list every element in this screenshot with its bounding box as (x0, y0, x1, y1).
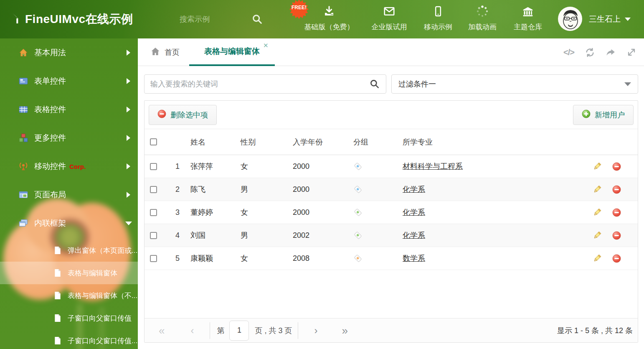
column-header-name[interactable]: 姓名 (185, 137, 236, 147)
sidebar-subitem-child-to-parent[interactable]: 子窗口向父窗口传值 (0, 307, 138, 329)
sidebar-item-more-controls[interactable]: 更多控件 (0, 124, 138, 152)
share-icon[interactable] (606, 47, 616, 58)
nav-item-theme-store[interactable]: 主题仓库 (497, 5, 559, 32)
search-icon[interactable] (369, 79, 380, 89)
sidebar-subitem-grid-edit-window-no[interactable]: 表格与编辑窗体（不... (0, 284, 138, 307)
app-logo[interactable]: FineUIMvc在线示例 (6, 0, 133, 38)
sidebar-item-label: 基本用法 (34, 47, 66, 58)
sidebar-item-mobile-controls[interactable]: 移动控件 Corp. (0, 152, 138, 181)
page-suffix: 页 , 共 3 页 (255, 326, 292, 336)
sidebar-item-grid-controls[interactable]: 表格控件 (0, 95, 138, 124)
cell-gender: 男 (236, 184, 286, 194)
row-checkbox[interactable] (150, 209, 157, 216)
home-icon (150, 46, 160, 59)
major-link[interactable]: 数学系 (403, 254, 425, 262)
source-code-icon[interactable]: </> (563, 48, 574, 57)
last-page-icon[interactable]: » (342, 325, 347, 336)
table-header-row: 姓名 性别 入学年份 分组 所学专业 (145, 129, 638, 155)
row-checkbox[interactable] (150, 163, 157, 170)
chevron-down-icon (125, 222, 132, 225)
select-all-checkbox[interactable] (150, 138, 157, 145)
sidebar-item-form-controls[interactable]: 表单控件 (0, 67, 138, 95)
search-icon[interactable] (251, 13, 263, 27)
edit-pencil-icon[interactable] (593, 162, 601, 171)
add-user-button[interactable]: 新增用户 (573, 105, 634, 125)
cell-name: 刘国 (185, 230, 236, 240)
pagination-summary: 显示 1 - 5 条 , 共 12 条 (557, 326, 638, 336)
close-icon[interactable]: ✕ (263, 42, 269, 49)
next-page-icon[interactable]: › (314, 326, 317, 336)
column-header-major[interactable]: 所学专业 (396, 137, 578, 147)
delete-row-icon[interactable] (612, 208, 621, 217)
sidebar-subitem-popup-window[interactable]: 弹出窗体（本页面或... (0, 239, 138, 262)
edit-pencil-icon[interactable] (593, 231, 601, 240)
column-header-gender[interactable]: 性别 (236, 137, 286, 147)
row-checkbox[interactable] (150, 255, 157, 262)
edit-pencil-icon[interactable] (593, 208, 601, 217)
tag-icon (346, 231, 396, 240)
chevron-right-icon (127, 78, 130, 84)
top-header: FineUIMvc在线示例 FREE! 基础版（免费） 企业版试用 移动示例 (0, 0, 644, 38)
sidebar-item-page-layout[interactable]: 页面布局 (0, 181, 138, 209)
page-number-input[interactable] (229, 321, 249, 341)
row-index: 5 (165, 254, 185, 263)
file-icon (53, 246, 62, 255)
row-index: 4 (165, 231, 185, 240)
sidebar-subitem-grid-edit-window[interactable]: 表格与编辑窗体 (0, 262, 138, 284)
sidebar-item-label: 内联框架 (34, 218, 66, 229)
tab-content: 过滤条件一 删除选中项 新增用户 (138, 66, 644, 349)
refresh-icon[interactable] (585, 47, 595, 58)
edit-pencil-icon[interactable] (593, 254, 601, 263)
sidebar-subitem-child-to-parent-2[interactable]: 子窗口向父窗口传值... (0, 329, 138, 349)
header-search-input[interactable] (180, 11, 246, 28)
table-row: 5 康颖颖 女 2008 数学系 (145, 247, 638, 270)
cell-name: 康颖颖 (185, 253, 236, 263)
table-icon (19, 105, 28, 114)
prev-page-icon[interactable]: ‹ (190, 326, 194, 336)
delete-row-icon[interactable] (612, 231, 621, 240)
table-body: 1 张萍萍 女 2000 材料科学与工程系 (145, 155, 638, 270)
user-menu[interactable]: 三生石上 (589, 0, 631, 38)
sidebar-item-basic-usage[interactable]: 基本用法 (0, 38, 138, 67)
tab-grid-edit-window[interactable]: 表格与编辑窗体 (189, 38, 275, 66)
delete-row-icon[interactable] (612, 185, 621, 194)
delete-selected-button[interactable]: 删除选中项 (149, 105, 217, 125)
user-avatar[interactable] (558, 7, 582, 31)
major-link[interactable]: 材料科学与工程系 (403, 162, 463, 171)
major-link[interactable]: 化学系 (403, 208, 425, 217)
expand-icon[interactable] (626, 47, 636, 57)
envelope-icon (383, 5, 396, 19)
sidebar-item-iframe[interactable]: 内联框架 (0, 209, 138, 237)
column-header-group[interactable]: 分组 (346, 137, 396, 147)
tag-icon (346, 254, 396, 263)
column-header-year[interactable]: 入学年份 (286, 137, 346, 147)
sidebar-subitem-label: 表格与编辑窗体（不... (68, 291, 137, 301)
frames-icon (19, 219, 28, 228)
filter-dropdown[interactable]: 过滤条件一 (391, 74, 638, 94)
chevron-right-icon (127, 107, 130, 112)
file-icon (53, 336, 62, 345)
sidebar-subitem-label: 弹出窗体（本页面或... (68, 246, 137, 255)
major-link[interactable]: 化学系 (403, 185, 425, 194)
header-search (180, 11, 263, 28)
row-checkbox[interactable] (150, 232, 157, 239)
edit-pencil-icon[interactable] (593, 185, 601, 194)
sidebar-subitem-label: 子窗口向父窗口传值 (68, 313, 132, 323)
delete-row-icon[interactable] (612, 162, 621, 171)
sidebar-item-label: 移动控件 (34, 161, 66, 172)
tab-home[interactable]: 首页 (150, 38, 180, 66)
row-checkbox[interactable] (150, 186, 157, 193)
sidebar-item-label: 表单控件 (34, 76, 66, 87)
table-row: 2 陈飞 男 2000 化学系 (145, 178, 638, 201)
layout-icon (19, 190, 28, 199)
tag-icon (346, 208, 396, 217)
minus-circle-icon (157, 110, 166, 120)
grid-panel: 删除选中项 新增用户 姓名 性别 入学年份 分组 所学专业 (144, 100, 638, 343)
keyword-search-input[interactable] (145, 80, 369, 89)
first-page-icon[interactable]: « (159, 325, 165, 336)
nav-item-label: 移动示例 (424, 22, 452, 32)
delete-row-icon[interactable] (612, 254, 621, 263)
nav-item-label: 加载动画 (468, 22, 497, 32)
major-link[interactable]: 化学系 (403, 231, 425, 239)
corp-badge: Corp. (69, 163, 86, 170)
